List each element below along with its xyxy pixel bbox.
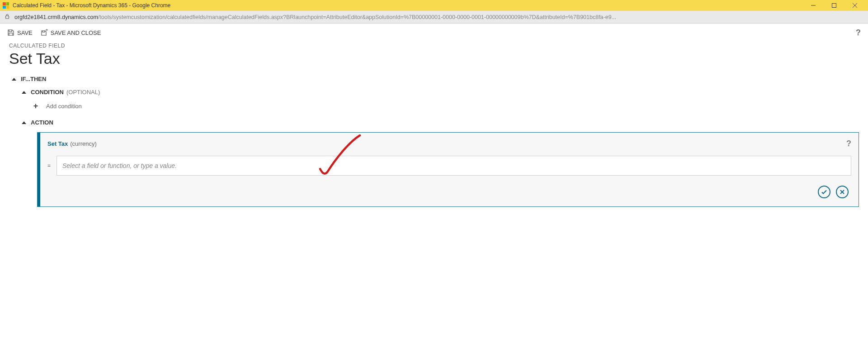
- action-help-button[interactable]: ?: [846, 139, 851, 148]
- entity-type-label: CALCULATED FIELD: [9, 43, 859, 49]
- dynamics-app-icon: [3, 2, 9, 9]
- save-close-label: SAVE AND CLOSE: [51, 29, 101, 36]
- if-then-label: IF...THEN: [21, 76, 46, 82]
- window-controls: [803, 0, 865, 11]
- formula-row: =: [47, 156, 851, 176]
- if-then-header[interactable]: IF...THEN: [12, 76, 859, 82]
- confirm-button[interactable]: [818, 186, 830, 198]
- action-header[interactable]: ACTION: [22, 119, 859, 126]
- collapse-caret-icon: [22, 121, 26, 124]
- page-title: Set Tax: [9, 50, 859, 67]
- save-label: SAVE: [17, 29, 33, 36]
- plus-icon: +: [32, 102, 40, 110]
- condition-header[interactable]: CONDITION (OPTIONAL): [22, 89, 859, 96]
- address-path: /tools/systemcustomization/calculatedfie…: [98, 14, 616, 20]
- action-title-row: Set Tax (currency) ?: [47, 139, 851, 148]
- save-and-close-button[interactable]: SAVE AND CLOSE: [41, 29, 101, 36]
- svg-rect-4: [6, 16, 9, 19]
- window-title: Calculated Field - Tax - Microsoft Dynam…: [13, 2, 803, 9]
- command-bar: SAVE SAVE AND CLOSE ?: [0, 24, 868, 42]
- action-label: ACTION: [31, 119, 53, 126]
- save-button[interactable]: SAVE: [7, 29, 33, 36]
- collapse-caret-icon: [22, 91, 26, 94]
- minimize-button[interactable]: [803, 0, 824, 11]
- check-icon: [821, 188, 828, 196]
- action-footer: [45, 186, 851, 198]
- save-icon: [7, 29, 14, 36]
- svg-rect-1: [832, 4, 836, 8]
- equals-sign: =: [47, 163, 52, 169]
- address-host: orgfd2e1841.crm8.dynamics.com: [14, 14, 98, 20]
- set-field-name: Set Tax: [47, 140, 68, 147]
- help-button[interactable]: ?: [856, 28, 861, 38]
- add-condition-label: Add condition: [46, 103, 82, 110]
- x-icon: [839, 189, 845, 195]
- condition-optional-label: (OPTIONAL): [66, 89, 100, 96]
- close-button[interactable]: [844, 0, 865, 11]
- page-content: CALCULATED FIELD Set Tax IF...THEN CONDI…: [0, 42, 868, 222]
- maximize-button[interactable]: [824, 0, 844, 11]
- condition-label: CONDITION: [31, 89, 64, 96]
- window-title-bar: Calculated Field - Tax - Microsoft Dynam…: [0, 0, 868, 11]
- cancel-button[interactable]: [836, 186, 849, 198]
- add-condition-button[interactable]: + Add condition: [32, 102, 859, 110]
- browser-address-bar[interactable]: orgfd2e1841.crm8.dynamics.com /tools/sys…: [0, 11, 868, 24]
- collapse-caret-icon: [12, 78, 16, 81]
- formula-input[interactable]: [57, 156, 851, 176]
- save-close-icon: [41, 29, 48, 36]
- action-editor-panel: Set Tax (currency) ? =: [37, 132, 859, 207]
- lock-icon: [5, 14, 11, 20]
- set-field-type: (currency): [70, 140, 97, 147]
